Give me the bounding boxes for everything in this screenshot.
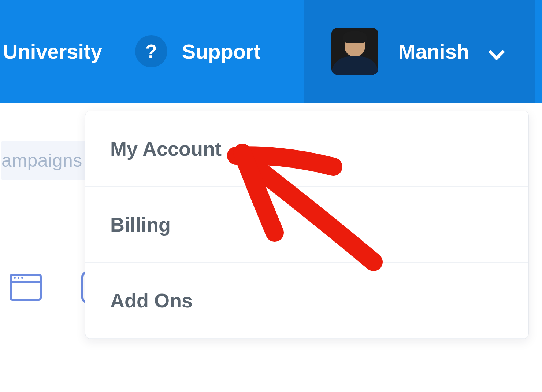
chevron-down-icon xyxy=(489,45,502,58)
user-name-label: Manish xyxy=(398,40,469,63)
avatar xyxy=(331,28,378,75)
nav-university[interactable]: University xyxy=(3,40,102,63)
dropdown-item-add-ons[interactable]: Add Ons xyxy=(85,263,528,339)
nav-support-label: Support xyxy=(182,40,261,63)
device-icons xyxy=(10,271,92,303)
app-header: University ? Support Manish xyxy=(0,0,542,103)
help-icon[interactable]: ? xyxy=(135,35,167,67)
nav-support-group[interactable]: ? Support xyxy=(135,35,261,67)
dropdown-item-my-account[interactable]: My Account xyxy=(85,111,528,187)
dropdown-item-billing[interactable]: Billing xyxy=(85,187,528,263)
user-dropdown: My Account Billing Add Ons xyxy=(85,111,529,339)
sidebar-item-campaigns-partial[interactable]: ampaigns xyxy=(1,141,90,180)
user-menu-trigger[interactable]: Manish xyxy=(304,0,535,103)
desktop-window-icon[interactable] xyxy=(10,274,42,301)
header-nav: University ? Support xyxy=(0,35,260,67)
